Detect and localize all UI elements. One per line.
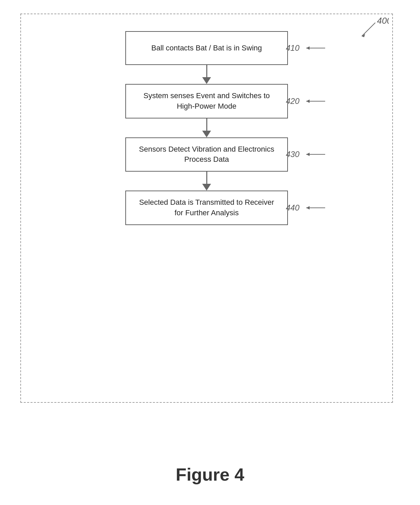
arrow-3 bbox=[202, 172, 211, 191]
step-1-label-num: 410 bbox=[286, 43, 299, 53]
step-1-container: Ball contacts Bat / Bat is in Swing 410 bbox=[88, 31, 325, 65]
arrow-1 bbox=[202, 65, 211, 84]
svg-marker-8 bbox=[306, 153, 310, 156]
step-3-container: Sensors Detect Vibration and Electronics… bbox=[88, 137, 325, 172]
step-2-arrow bbox=[301, 98, 329, 105]
step-4-label-num: 440 bbox=[286, 203, 299, 213]
step-2-label-num: 420 bbox=[286, 96, 299, 106]
step-4-box: Selected Data is Transmitted to Receiver… bbox=[125, 191, 288, 225]
step-4-container: Selected Data is Transmitted to Receiver… bbox=[88, 191, 325, 225]
svg-marker-4 bbox=[306, 46, 310, 50]
diagram-number-400: 400 bbox=[348, 18, 389, 45]
step-3-label-num: 430 bbox=[286, 150, 299, 159]
step-3-label-connector: 430 bbox=[286, 150, 329, 159]
svg-marker-6 bbox=[306, 100, 310, 103]
step-4-text: Selected Data is Transmitted to Receiver… bbox=[134, 197, 279, 218]
step-1-label-connector: 410 bbox=[286, 43, 329, 53]
step-1-arrow bbox=[301, 45, 329, 51]
step-3-arrow bbox=[301, 151, 329, 158]
step-1-text: Ball contacts Bat / Bat is in Swing bbox=[151, 43, 262, 53]
svg-line-0 bbox=[362, 23, 375, 36]
step-4-arrow bbox=[301, 204, 329, 211]
svg-text:400: 400 bbox=[377, 18, 389, 26]
svg-marker-10 bbox=[306, 206, 310, 210]
step-2-label-connector: 420 bbox=[286, 96, 329, 106]
step-2-text: System senses Event and Switches to High… bbox=[134, 91, 279, 112]
figure-label: Figure 4 bbox=[176, 464, 244, 485]
arrow-2 bbox=[202, 118, 211, 137]
diagram-container: 400 Ball contacts Bat / Bat is in Swing … bbox=[20, 14, 393, 403]
step-2-box: System senses Event and Switches to High… bbox=[125, 84, 288, 118]
step-2-container: System senses Event and Switches to High… bbox=[88, 84, 325, 118]
step-3-text: Sensors Detect Vibration and Electronics… bbox=[134, 144, 279, 165]
step-3-box: Sensors Detect Vibration and Electronics… bbox=[125, 137, 288, 172]
step-4-label-connector: 440 bbox=[286, 203, 329, 213]
flow-wrapper: Ball contacts Bat / Bat is in Swing 410 … bbox=[21, 14, 392, 225]
step-1-box: Ball contacts Bat / Bat is in Swing bbox=[125, 31, 288, 65]
